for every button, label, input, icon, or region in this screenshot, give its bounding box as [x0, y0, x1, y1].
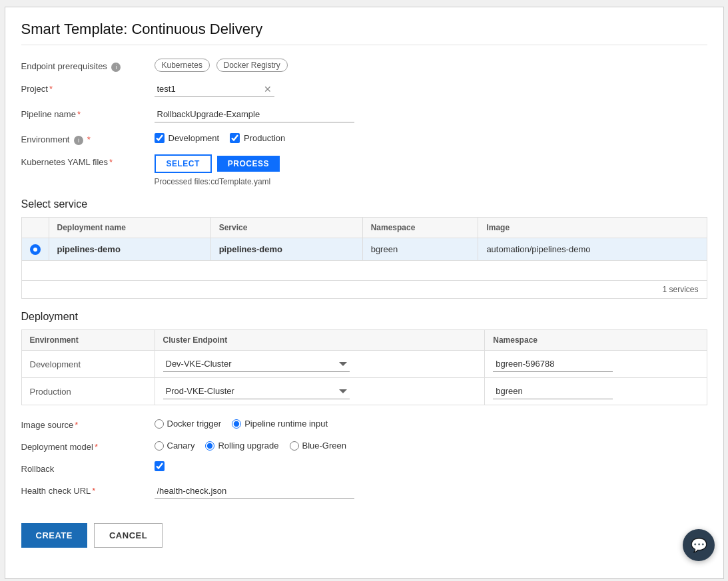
- health-check-input[interactable]: [155, 483, 354, 499]
- dep-namespace-dev-input[interactable]: [493, 356, 613, 372]
- footer-bar: CREATE CANCEL: [21, 512, 707, 558]
- image-docker-radio[interactable]: [155, 419, 164, 429]
- dep-env-dev: Development: [21, 351, 155, 378]
- col-image: Image: [478, 218, 707, 238]
- image-docker-label: Docker trigger: [167, 419, 222, 429]
- deployment-model-label: Deployment model*: [21, 439, 155, 452]
- model-bluegreen-label: Blue-Green: [302, 441, 346, 451]
- image-pipeline-item[interactable]: Pipeline runtime input: [232, 419, 328, 429]
- deployment-row-prod: Production Dev-VKE-Cluster Prod-VKE-Clus…: [21, 378, 707, 405]
- env-production-checkbox[interactable]: [230, 133, 240, 143]
- env-development-item[interactable]: Development: [155, 133, 220, 143]
- image-source-radios: Docker trigger Pipeline runtime input: [155, 417, 707, 429]
- image-docker-item[interactable]: Docker trigger: [155, 419, 222, 429]
- model-rolling-label: Rolling upgrade: [218, 441, 278, 451]
- endpoint-tags: Kubernetes Docker Registry: [155, 59, 707, 72]
- rollback-label: Rollback: [21, 461, 155, 474]
- col-namespace: Namespace: [362, 218, 478, 238]
- model-bluegreen-radio[interactable]: [290, 441, 299, 451]
- endpoint-label: Endpoint prerequisites i: [21, 59, 155, 72]
- image-source-label: Image source*: [21, 417, 155, 430]
- model-canary-radio[interactable]: [155, 441, 164, 451]
- chat-icon: 💬: [691, 537, 707, 553]
- cell-service: pipelines-demo: [210, 238, 362, 261]
- dep-namespace-dev-cell: [485, 351, 707, 378]
- pipeline-name-label: Pipeline name*: [21, 106, 155, 119]
- process-button[interactable]: PROCESS: [217, 156, 280, 172]
- env-development-label: Development: [169, 133, 220, 143]
- dep-namespace-prod-cell: [485, 378, 707, 405]
- image-pipeline-label: Pipeline runtime input: [244, 419, 328, 429]
- project-clear-button[interactable]: ✕: [264, 85, 272, 94]
- dep-col-namespace: Namespace: [485, 330, 707, 351]
- model-canary-item[interactable]: Canary: [155, 441, 195, 451]
- env-production-label: Production: [244, 133, 285, 143]
- dep-cluster-dev-select[interactable]: Dev-VKE-Cluster Prod-VKE-Cluster: [163, 356, 350, 372]
- image-pipeline-radio[interactable]: [232, 419, 241, 429]
- dep-cluster-dev-cell: Dev-VKE-Cluster Prod-VKE-Cluster: [155, 351, 485, 378]
- col-selector: [21, 218, 49, 238]
- dep-cluster-prod-select[interactable]: Dev-VKE-Cluster Prod-VKE-Cluster: [163, 383, 350, 399]
- env-production-item[interactable]: Production: [230, 133, 285, 143]
- col-deployment-name: Deployment name: [49, 218, 210, 238]
- cell-namespace: bgreen: [362, 238, 478, 261]
- cell-deployment-name: pipelines-demo: [49, 238, 210, 261]
- dep-col-cluster: Cluster Endpoint: [155, 330, 485, 351]
- processed-files-text: Processed files:cdTemplate.yaml: [155, 177, 707, 186]
- deployment-table: Environment Cluster Endpoint Namespace D…: [21, 329, 707, 405]
- select-button[interactable]: SELECT: [155, 154, 212, 173]
- col-service: Service: [210, 218, 362, 238]
- deployment-title: Deployment: [21, 311, 707, 323]
- project-field-wrapper: ✕: [155, 81, 274, 97]
- table-row[interactable]: pipelines-demo pipelines-demo bgreen aut…: [21, 238, 707, 261]
- dep-cluster-prod-cell: Dev-VKE-Cluster Prod-VKE-Cluster: [155, 378, 485, 405]
- deployment-row-dev: Development Dev-VKE-Cluster Prod-VKE-Clu…: [21, 351, 707, 378]
- health-check-label: Health check URL*: [21, 483, 155, 496]
- environment-checkboxes: Development Production: [155, 132, 707, 143]
- service-table: Deployment name Service Namespace Image …: [21, 217, 707, 281]
- cell-image: automation/pipelines-demo: [478, 238, 707, 261]
- table-row-empty: [21, 261, 707, 281]
- model-rolling-item[interactable]: Rolling upgrade: [205, 441, 278, 451]
- k8s-yaml-buttons: SELECT PROCESS: [155, 154, 707, 173]
- model-bluegreen-item[interactable]: Blue-Green: [290, 441, 346, 451]
- create-button[interactable]: CREATE: [21, 523, 87, 548]
- environment-label: Environment i *: [21, 132, 155, 145]
- chat-fab-button[interactable]: 💬: [683, 529, 715, 561]
- tag-docker-registry: Docker Registry: [216, 59, 288, 72]
- project-input[interactable]: [155, 81, 274, 97]
- deployment-model-radios: Canary Rolling upgrade Blue-Green: [155, 439, 707, 451]
- env-development-checkbox[interactable]: [155, 133, 165, 143]
- select-service-title: Select service: [21, 198, 707, 210]
- endpoint-info-icon[interactable]: i: [111, 63, 121, 72]
- environment-info-icon[interactable]: i: [74, 136, 83, 145]
- page-title: Smart Template: Continuous Delivery: [21, 21, 707, 45]
- dep-col-env: Environment: [21, 330, 155, 351]
- model-canary-label: Canary: [167, 441, 195, 451]
- pipeline-name-input[interactable]: [155, 106, 354, 122]
- project-label: Project*: [21, 81, 155, 94]
- dep-env-prod: Production: [21, 378, 155, 405]
- service-table-footer: 1 services: [21, 281, 707, 299]
- tag-kubernetes: Kubernetes: [155, 59, 210, 72]
- dep-namespace-prod-input[interactable]: [493, 383, 613, 399]
- rollback-checkbox[interactable]: [155, 461, 165, 471]
- k8s-yaml-label: Kubernetes YAML files*: [21, 154, 155, 167]
- row-radio-selected: [30, 244, 41, 255]
- model-rolling-radio[interactable]: [205, 441, 214, 451]
- cancel-button[interactable]: CANCEL: [94, 523, 163, 548]
